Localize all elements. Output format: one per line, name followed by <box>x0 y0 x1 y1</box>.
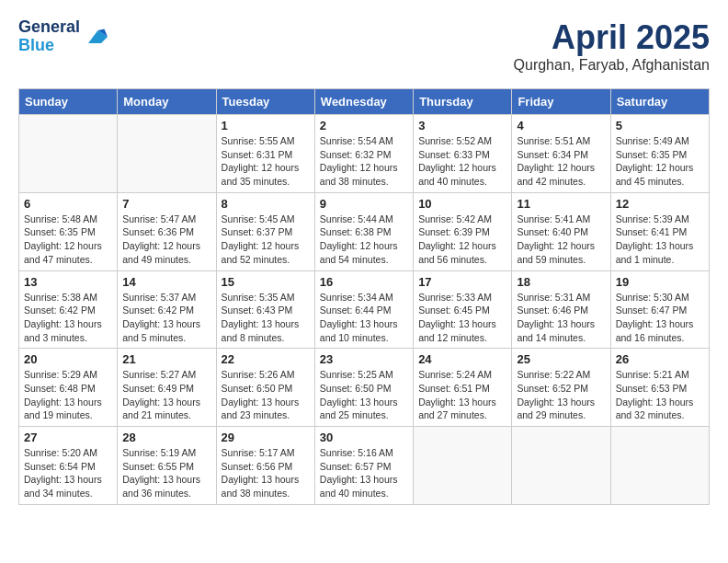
calendar-cell: 27Sunrise: 5:20 AM Sunset: 6:54 PM Dayli… <box>19 427 118 505</box>
calendar-cell: 13Sunrise: 5:38 AM Sunset: 6:42 PM Dayli… <box>19 270 118 349</box>
calendar-cell: 10Sunrise: 5:42 AM Sunset: 6:39 PM Dayli… <box>414 192 512 270</box>
day-number: 12 <box>616 197 704 211</box>
day-info: Sunrise: 5:29 AM Sunset: 6:48 PM Dayligh… <box>24 368 112 422</box>
day-info: Sunrise: 5:47 AM Sunset: 6:36 PM Dayligh… <box>122 213 210 267</box>
logo-icon <box>82 24 108 50</box>
day-info: Sunrise: 5:35 AM Sunset: 6:43 PM Dayligh… <box>222 291 310 345</box>
calendar-cell <box>414 427 512 505</box>
calendar-cell: 20Sunrise: 5:29 AM Sunset: 6:48 PM Dayli… <box>19 349 118 427</box>
day-number: 25 <box>517 352 605 366</box>
day-number: 7 <box>122 197 210 211</box>
day-number: 30 <box>320 431 408 444</box>
day-number: 5 <box>616 119 704 132</box>
calendar-cell <box>118 115 216 193</box>
day-number: 24 <box>418 352 506 366</box>
day-info: Sunrise: 5:44 AM Sunset: 6:38 PM Dayligh… <box>320 213 408 267</box>
weekday-header-wednesday: Wednesday <box>314 89 413 115</box>
calendar-cell <box>512 427 610 505</box>
day-info: Sunrise: 5:55 AM Sunset: 6:31 PM Dayligh… <box>222 134 310 189</box>
day-info: Sunrise: 5:26 AM Sunset: 6:50 PM Dayligh… <box>222 368 310 422</box>
day-number: 27 <box>24 431 112 444</box>
day-number: 4 <box>517 119 605 132</box>
day-info: Sunrise: 5:21 AM Sunset: 6:53 PM Dayligh… <box>616 368 704 422</box>
day-number: 14 <box>122 275 210 289</box>
calendar-cell: 30Sunrise: 5:16 AM Sunset: 6:57 PM Dayli… <box>314 427 413 505</box>
day-number: 16 <box>320 275 408 289</box>
day-number: 15 <box>222 275 310 289</box>
calendar-week-1: 1Sunrise: 5:55 AM Sunset: 6:31 PM Daylig… <box>19 115 710 193</box>
calendar-cell: 18Sunrise: 5:31 AM Sunset: 6:46 PM Dayli… <box>512 270 610 349</box>
month-title: April 2025 <box>514 18 710 57</box>
day-info: Sunrise: 5:19 AM Sunset: 6:55 PM Dayligh… <box>122 446 210 500</box>
day-info: Sunrise: 5:42 AM Sunset: 6:39 PM Dayligh… <box>418 213 506 267</box>
calendar-cell: 6Sunrise: 5:48 AM Sunset: 6:35 PM Daylig… <box>19 192 118 270</box>
day-number: 21 <box>122 352 210 366</box>
day-info: Sunrise: 5:37 AM Sunset: 6:42 PM Dayligh… <box>122 291 210 345</box>
day-info: Sunrise: 5:24 AM Sunset: 6:51 PM Dayligh… <box>418 368 506 422</box>
calendar-cell: 24Sunrise: 5:24 AM Sunset: 6:51 PM Dayli… <box>414 349 512 427</box>
day-info: Sunrise: 5:20 AM Sunset: 6:54 PM Dayligh… <box>24 446 112 500</box>
day-number: 23 <box>320 352 408 366</box>
calendar-cell: 29Sunrise: 5:17 AM Sunset: 6:56 PM Dayli… <box>216 427 314 505</box>
day-number: 22 <box>222 352 310 366</box>
day-number: 10 <box>418 197 506 211</box>
calendar-cell: 2Sunrise: 5:54 AM Sunset: 6:32 PM Daylig… <box>314 115 413 193</box>
day-info: Sunrise: 5:49 AM Sunset: 6:35 PM Dayligh… <box>616 134 704 189</box>
location-subtitle: Qurghan, Faryab, Afghanistan <box>514 57 710 74</box>
day-info: Sunrise: 5:51 AM Sunset: 6:34 PM Dayligh… <box>517 134 605 189</box>
logo: GeneralBlue <box>18 18 108 55</box>
calendar-cell <box>19 115 118 193</box>
calendar-cell: 22Sunrise: 5:26 AM Sunset: 6:50 PM Dayli… <box>216 349 314 427</box>
day-number: 13 <box>24 275 112 289</box>
day-info: Sunrise: 5:33 AM Sunset: 6:45 PM Dayligh… <box>418 291 506 345</box>
calendar-cell: 11Sunrise: 5:41 AM Sunset: 6:40 PM Dayli… <box>512 192 610 270</box>
day-number: 19 <box>616 275 704 289</box>
calendar-week-2: 6Sunrise: 5:48 AM Sunset: 6:35 PM Daylig… <box>19 192 710 270</box>
day-number: 6 <box>24 197 112 211</box>
weekday-header-friday: Friday <box>512 89 610 115</box>
weekday-header-sunday: Sunday <box>19 89 118 115</box>
weekday-header-thursday: Thursday <box>414 89 512 115</box>
day-number: 28 <box>122 431 210 444</box>
calendar-header-row: SundayMondayTuesdayWednesdayThursdayFrid… <box>19 89 710 115</box>
day-info: Sunrise: 5:16 AM Sunset: 6:57 PM Dayligh… <box>320 446 408 500</box>
day-number: 26 <box>616 352 704 366</box>
day-info: Sunrise: 5:41 AM Sunset: 6:40 PM Dayligh… <box>517 213 605 267</box>
weekday-header-tuesday: Tuesday <box>216 89 314 115</box>
day-number: 20 <box>24 352 112 366</box>
day-info: Sunrise: 5:54 AM Sunset: 6:32 PM Dayligh… <box>320 134 408 189</box>
day-number: 11 <box>517 197 605 211</box>
day-info: Sunrise: 5:34 AM Sunset: 6:44 PM Dayligh… <box>320 291 408 345</box>
day-number: 8 <box>222 197 310 211</box>
day-info: Sunrise: 5:31 AM Sunset: 6:46 PM Dayligh… <box>517 291 605 345</box>
calendar-cell: 5Sunrise: 5:49 AM Sunset: 6:35 PM Daylig… <box>610 115 709 193</box>
logo-text: GeneralBlue <box>18 18 80 55</box>
day-number: 1 <box>222 119 310 132</box>
day-number: 29 <box>222 431 310 444</box>
day-info: Sunrise: 5:52 AM Sunset: 6:33 PM Dayligh… <box>418 134 506 189</box>
calendar-cell <box>610 427 709 505</box>
day-info: Sunrise: 5:30 AM Sunset: 6:47 PM Dayligh… <box>616 291 704 345</box>
day-info: Sunrise: 5:45 AM Sunset: 6:37 PM Dayligh… <box>222 213 310 267</box>
day-number: 18 <box>517 275 605 289</box>
calendar-cell: 4Sunrise: 5:51 AM Sunset: 6:34 PM Daylig… <box>512 115 610 193</box>
day-info: Sunrise: 5:48 AM Sunset: 6:35 PM Dayligh… <box>24 213 112 267</box>
calendar-cell: 14Sunrise: 5:37 AM Sunset: 6:42 PM Dayli… <box>118 270 216 349</box>
calendar-cell: 17Sunrise: 5:33 AM Sunset: 6:45 PM Dayli… <box>414 270 512 349</box>
calendar-cell: 26Sunrise: 5:21 AM Sunset: 6:53 PM Dayli… <box>610 349 709 427</box>
day-number: 17 <box>418 275 506 289</box>
day-info: Sunrise: 5:27 AM Sunset: 6:49 PM Dayligh… <box>122 368 210 422</box>
calendar-cell: 3Sunrise: 5:52 AM Sunset: 6:33 PM Daylig… <box>414 115 512 193</box>
calendar-cell: 12Sunrise: 5:39 AM Sunset: 6:41 PM Dayli… <box>610 192 709 270</box>
day-number: 2 <box>320 119 408 132</box>
calendar-cell: 1Sunrise: 5:55 AM Sunset: 6:31 PM Daylig… <box>216 115 314 193</box>
calendar-cell: 28Sunrise: 5:19 AM Sunset: 6:55 PM Dayli… <box>118 427 216 505</box>
title-block: April 2025 Qurghan, Faryab, Afghanistan <box>514 18 710 74</box>
day-info: Sunrise: 5:38 AM Sunset: 6:42 PM Dayligh… <box>24 291 112 345</box>
calendar-table: SundayMondayTuesdayWednesdayThursdayFrid… <box>18 88 710 505</box>
calendar-cell: 23Sunrise: 5:25 AM Sunset: 6:50 PM Dayli… <box>314 349 413 427</box>
calendar-week-4: 20Sunrise: 5:29 AM Sunset: 6:48 PM Dayli… <box>19 349 710 427</box>
calendar-cell: 21Sunrise: 5:27 AM Sunset: 6:49 PM Dayli… <box>118 349 216 427</box>
day-info: Sunrise: 5:39 AM Sunset: 6:41 PM Dayligh… <box>616 213 704 267</box>
page-header: GeneralBlue April 2025 Qurghan, Faryab, … <box>18 18 710 74</box>
